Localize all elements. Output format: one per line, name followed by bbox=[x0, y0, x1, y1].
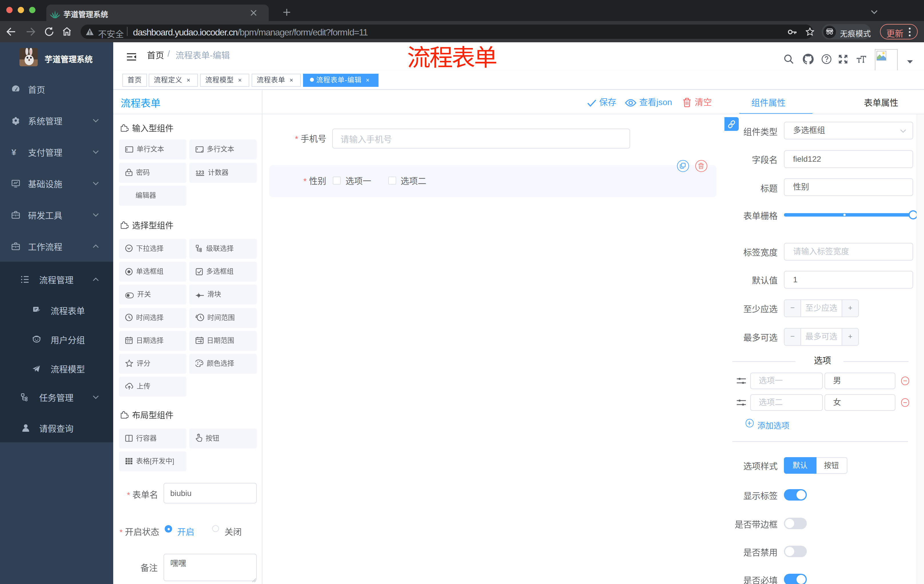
svg-text:123: 123 bbox=[195, 170, 204, 175]
